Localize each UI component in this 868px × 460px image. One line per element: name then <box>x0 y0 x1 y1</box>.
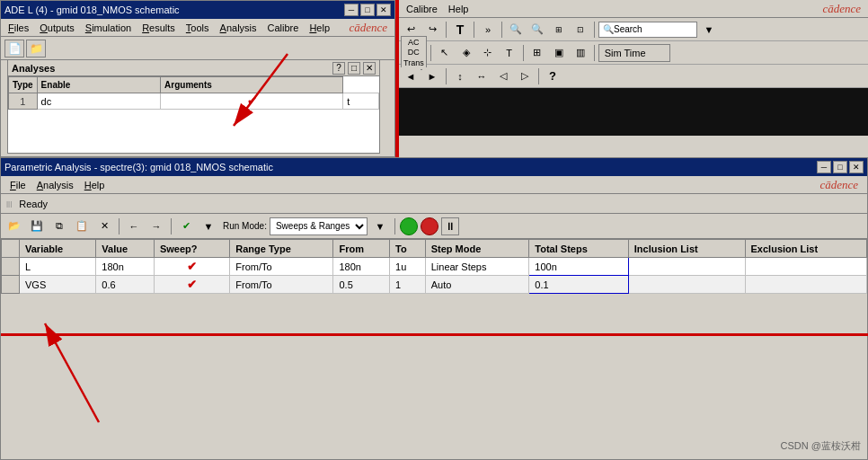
red-border-horizontal <box>1 333 868 336</box>
rangetype-L[interactable]: From/To <box>230 258 333 276</box>
run-start-btn[interactable] <box>400 217 418 235</box>
sweep-VGS[interactable]: ✔ <box>154 276 229 294</box>
param-close-btn[interactable]: ✕ <box>849 161 864 173</box>
cursor-btn[interactable]: ⊹ <box>478 44 498 62</box>
inclusion-L[interactable] <box>628 258 745 276</box>
to-VGS[interactable]: 1 <box>390 276 426 294</box>
menu-tools[interactable]: Tools <box>181 21 215 35</box>
th-total-steps: Total Steps <box>529 240 629 258</box>
menu-analysis[interactable]: Analysis <box>215 21 262 35</box>
analyses-panel-titlebar: Analyses ? □ ✕ <box>8 60 379 76</box>
menu-calibre-right[interactable]: Calibre <box>401 2 443 16</box>
menu-files[interactable]: Files <box>3 21 34 35</box>
right-toolbar-row3: ◄ ► ↕ ↔ ◁ ▷ ? <box>397 65 868 88</box>
param-minimize-btn[interactable]: ─ <box>817 161 831 173</box>
run-mode-dropdown[interactable]: ▼ <box>370 217 390 235</box>
th-inclusion: Inclusion List <box>628 240 745 258</box>
var-L[interactable]: L <box>20 258 96 276</box>
param-toolbar: 📂 💾 ⧉ 📋 ✕ ← → ✔ ▼ Run Mode: Sweeps & Ran… <box>1 214 867 239</box>
ade-titlebar: ADE L (4) - gmid 018_NMOS schematic ─ □ … <box>1 1 394 19</box>
question-btn[interactable]: ? <box>543 67 562 85</box>
analysis-row-num: 1 <box>9 93 38 110</box>
stepmode-L[interactable]: Linear Steps <box>425 258 529 276</box>
zoom-fit-btn[interactable]: ⊞ <box>549 21 569 39</box>
param-copy-btn[interactable]: ⧉ <box>49 217 69 235</box>
table-row: VGS 0.6 ✔ From/To 0.5 1 Auto 0.1 <box>2 276 867 294</box>
sweep-L[interactable]: ✔ <box>154 258 229 276</box>
analysis-arguments: t <box>343 93 379 110</box>
new-btn[interactable]: 📄 <box>4 40 24 58</box>
stepmode-VGS[interactable]: Auto <box>425 276 529 294</box>
wave-btn2[interactable]: ▣ <box>549 44 569 62</box>
val-VGS[interactable]: 0.6 <box>96 276 155 294</box>
zoom-out-btn[interactable]: 🔍 <box>527 21 547 39</box>
param-save-btn[interactable]: 💾 <box>27 217 47 235</box>
run-pause-btn[interactable]: ⏸ <box>441 217 459 235</box>
param-delete-btn[interactable]: ✕ <box>94 217 114 235</box>
ade-minimize-btn[interactable]: ─ <box>344 4 359 16</box>
measure-btn[interactable]: T <box>500 44 519 62</box>
wave-btn3[interactable]: ▥ <box>571 44 590 62</box>
analyses-close-btn[interactable]: ✕ <box>363 62 376 75</box>
val-L[interactable]: 180n <box>96 258 155 276</box>
to-L[interactable]: 1u <box>390 258 426 276</box>
expand-h-btn[interactable]: ↔ <box>472 67 492 85</box>
param-paste-btn[interactable]: 📋 <box>72 217 92 235</box>
param-check-btn[interactable]: ✔ <box>176 217 196 235</box>
param-fwd-btn[interactable]: → <box>146 217 166 235</box>
menu-help-right[interactable]: Help <box>443 2 474 16</box>
analyses-panel-title: Analyses <box>12 63 55 74</box>
th-variable: Variable <box>20 240 96 258</box>
ade-close-btn[interactable]: ✕ <box>376 4 391 16</box>
select-btn[interactable]: ↖ <box>435 44 455 62</box>
text-btn[interactable]: T <box>450 21 470 39</box>
shift-right-btn[interactable]: ▷ <box>515 67 535 85</box>
ade-maximize-btn[interactable]: □ <box>360 4 375 16</box>
search-dropdown-btn[interactable]: ▼ <box>699 21 719 39</box>
wave-btn1[interactable]: ⊞ <box>527 44 547 62</box>
from-L[interactable]: 180n <box>333 258 390 276</box>
param-menu-help[interactable]: Help <box>79 178 111 192</box>
menu-outputs[interactable]: Outputs <box>34 21 80 35</box>
param-menu-file[interactable]: File <box>4 178 31 192</box>
arrow-right-btn[interactable]: ► <box>422 67 442 85</box>
zoom-in-btn[interactable]: 🔍 <box>506 21 526 39</box>
menu-calibre[interactable]: Calibre <box>262 21 305 35</box>
totalsteps-VGS[interactable]: 0.1 <box>529 276 629 294</box>
analyses-help-btn[interactable]: ? <box>332 62 345 75</box>
waveform-area <box>397 88 868 136</box>
param-menu-analysis[interactable]: Analysis <box>31 178 79 192</box>
exclusion-L[interactable] <box>745 258 866 276</box>
arrow-left-btn[interactable]: ◄ <box>401 67 421 85</box>
param-data-table: Variable Value Sweep? Range Type From To… <box>1 239 867 294</box>
more-btn[interactable]: » <box>478 21 498 39</box>
exclusion-VGS[interactable] <box>745 276 866 294</box>
var-VGS[interactable]: VGS <box>20 276 96 294</box>
param-dropdown-btn[interactable]: ▼ <box>199 217 218 235</box>
right-panel: Calibre Help cādence ↩ ↪ T » 🔍 🔍 ⊞ ⊡ 🔍 ▼… <box>395 0 868 157</box>
zoom-region-btn[interactable]: ⊡ <box>571 21 590 39</box>
run-mode-select[interactable]: Sweeps & Ranges Monte Carlo Optimization <box>270 217 368 235</box>
param-maximize-btn[interactable]: □ <box>833 161 847 173</box>
run-stop-btn[interactable] <box>421 217 438 235</box>
shift-left-btn[interactable]: ◁ <box>493 67 513 85</box>
sep5 <box>430 45 431 61</box>
move-btn[interactable]: ↕ <box>450 67 470 85</box>
totalsteps-L[interactable]: 100n <box>529 258 629 276</box>
menu-results[interactable]: Results <box>137 21 181 35</box>
analysis-enable[interactable]: ✔ <box>161 93 343 110</box>
ac-dc-trans-box[interactable]: AC DC Trans <box>401 36 427 70</box>
analyses-expand-btn[interactable]: □ <box>348 62 360 75</box>
menu-simulation[interactable]: Simulation <box>80 21 137 35</box>
open-btn[interactable]: 📁 <box>26 40 46 58</box>
from-VGS[interactable]: 0.5 <box>333 276 390 294</box>
rangetype-VGS[interactable]: From/To <box>230 276 333 294</box>
param-back-btn[interactable]: ← <box>124 217 144 235</box>
menu-help[interactable]: Help <box>304 21 335 35</box>
watermark: CSDN @蓝桉沃柑 <box>781 439 861 453</box>
probe-btn[interactable]: ◈ <box>456 44 476 62</box>
ac-dc-trans: AC DC Trans <box>401 36 427 70</box>
inclusion-VGS[interactable] <box>628 276 745 294</box>
search-input[interactable] <box>614 24 686 34</box>
param-open-btn[interactable]: 📂 <box>4 217 24 235</box>
